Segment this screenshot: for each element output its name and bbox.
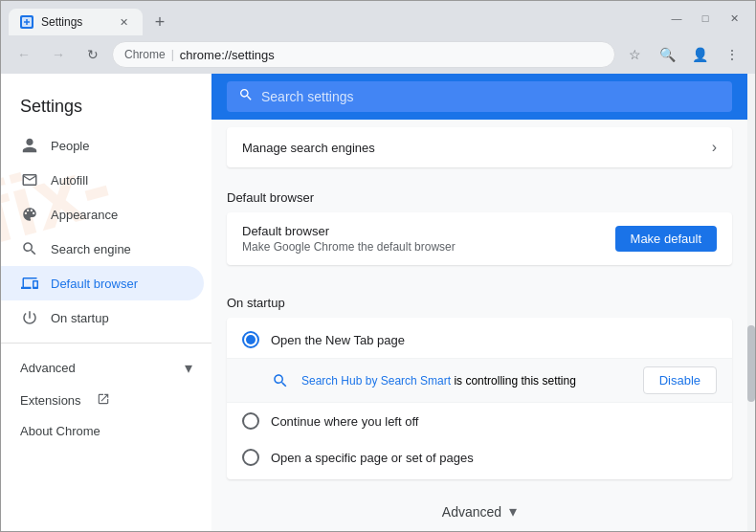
close-button[interactable]: ✕ [721, 5, 747, 32]
person-icon [20, 136, 39, 155]
extension-warning-row: Search Hub by Search Smart is controllin… [227, 358, 732, 403]
sidebar-item-default-browser[interactable]: Default browser [1, 266, 204, 300]
search-input-wrap[interactable] [227, 81, 732, 112]
sidebar-item-default-browser-label: Default browser [51, 277, 138, 291]
address-input[interactable]: Chrome | chrome://settings [112, 41, 615, 68]
tab-title: Settings [41, 15, 108, 29]
browser-window: Settings ✕ + — □ ✕ ← → ↻ Chrome | chrome… [0, 0, 756, 532]
bottom-advanced-label: Advanced [442, 504, 501, 520]
radio-specific[interactable]: Open a specific page or set of pages [227, 439, 732, 476]
manage-engines-arrow-icon: › [712, 139, 717, 156]
sidebar: fix- Settings People Autofill [1, 74, 211, 531]
advanced-chevron-icon: ▾ [185, 359, 192, 377]
extension-warning-suffix: is controlling this setting [451, 374, 576, 388]
default-browser-card-subtitle: Make Google Chrome the default browser [242, 240, 615, 254]
sidebar-item-people-label: People [51, 139, 89, 153]
default-browser-row: Default browser Make Google Chrome the d… [227, 212, 732, 265]
active-tab[interactable]: Settings ✕ [9, 9, 143, 35]
maximize-button[interactable]: □ [692, 5, 719, 32]
radio-new-tab-label: Open the New Tab page [271, 333, 405, 347]
minimize-button[interactable]: — [663, 5, 690, 32]
sidebar-item-autofill-label: Autofill [51, 173, 88, 188]
radio-specific-label: Open a specific page or set of pages [271, 451, 474, 465]
disable-button[interactable]: Disable [643, 366, 717, 394]
new-tab-button[interactable]: + [146, 9, 173, 35]
toolbar-actions: ☆ 🔍 👤 ⋮ [619, 39, 747, 70]
radio-continue[interactable]: Continue where you left off [227, 403, 732, 439]
window-controls: — □ ✕ [663, 5, 747, 32]
default-browser-info: Default browser Make Google Chrome the d… [242, 224, 615, 254]
sidebar-item-people[interactable]: People [1, 128, 204, 163]
radio-new-tab-dot [246, 335, 256, 344]
on-startup-card: Open the New Tab page Search Hub by Sear… [227, 318, 732, 479]
address-bar: ← → ↻ Chrome | chrome://settings ☆ 🔍 👤 ⋮ [1, 35, 755, 74]
external-link-icon [97, 392, 110, 409]
default-browser-card-title: Default browser [242, 224, 615, 238]
bookmark-button[interactable]: ☆ [619, 39, 650, 70]
forward-button[interactable]: → [43, 39, 74, 70]
extension-warning-text: Search Hub by Search Smart is controllin… [301, 374, 632, 388]
zoom-button[interactable]: 🔍 [652, 39, 682, 70]
sidebar-extensions-label: Extensions [20, 393, 81, 408]
sidebar-title: Settings [1, 81, 211, 128]
manage-engines-label: Manage search engines [242, 141, 375, 155]
radio-specific-circle [242, 449, 259, 466]
on-startup-heading: On startup [211, 280, 747, 318]
extension-warning-link[interactable]: Search Hub by Search Smart [301, 374, 451, 388]
content-section: Manage search engines › [211, 127, 747, 167]
manage-engines-row[interactable]: Manage search engines › [227, 127, 732, 167]
search-icon [20, 239, 39, 258]
sidebar-advanced[interactable]: Advanced ▾ [1, 351, 211, 385]
refresh-button[interactable]: ↻ [78, 39, 108, 70]
sidebar-item-appearance-label: Appearance [51, 208, 118, 222]
content-area: Manage search engines › Default browser … [211, 74, 747, 531]
sidebar-divider [1, 343, 211, 344]
profile-button[interactable]: 👤 [684, 39, 715, 70]
radio-continue-circle [242, 412, 259, 430]
power-icon [20, 308, 39, 327]
radio-new-tab-circle [242, 331, 259, 348]
bottom-chevron-icon: ▾ [509, 502, 517, 521]
url-path: chrome://settings [180, 48, 275, 62]
sidebar-item-on-startup-label: On startup [51, 311, 109, 325]
tab-close-button[interactable]: ✕ [116, 14, 131, 30]
scrollbar-thumb[interactable] [747, 325, 755, 402]
extension-warning-icon [271, 371, 290, 390]
tab-area: Settings ✕ + [9, 1, 659, 35]
radio-continue-label: Continue where you left off [271, 414, 418, 429]
sidebar-item-search-engine[interactable]: Search engine [1, 232, 204, 266]
appearance-icon [20, 205, 39, 224]
menu-button[interactable]: ⋮ [717, 39, 747, 70]
make-default-button[interactable]: Make default [615, 226, 717, 252]
radio-new-tab[interactable]: Open the New Tab page [227, 321, 732, 358]
browser-icon [20, 274, 39, 293]
sidebar-item-autofill[interactable]: Autofill [1, 163, 204, 197]
main-area: fix- Settings People Autofill [1, 74, 755, 531]
search-input[interactable] [261, 89, 721, 104]
autofill-icon [20, 170, 39, 189]
sidebar-item-about-chrome[interactable]: About Chrome [1, 416, 211, 446]
sidebar-item-on-startup[interactable]: On startup [1, 300, 204, 335]
search-bar [211, 74, 747, 120]
sidebar-item-search-engine-label: Search engine [51, 242, 131, 256]
scrollbar-track[interactable] [747, 74, 755, 531]
search-input-icon [238, 87, 254, 106]
default-browser-card: Default browser Make Google Chrome the d… [227, 212, 732, 265]
back-button[interactable]: ← [9, 39, 39, 70]
default-browser-heading: Default browser [211, 175, 747, 212]
tab-favicon [20, 15, 33, 29]
sidebar-item-extensions[interactable]: Extensions [1, 385, 211, 416]
url-protocol: Chrome [124, 48, 166, 61]
sidebar-about-label: About Chrome [20, 424, 100, 438]
bottom-advanced[interactable]: Advanced ▾ [211, 487, 747, 531]
sidebar-advanced-label: Advanced [20, 361, 177, 375]
title-bar: Settings ✕ + — □ ✕ [1, 1, 755, 35]
url-separator: | [171, 48, 174, 61]
sidebar-item-appearance[interactable]: Appearance [1, 197, 204, 232]
